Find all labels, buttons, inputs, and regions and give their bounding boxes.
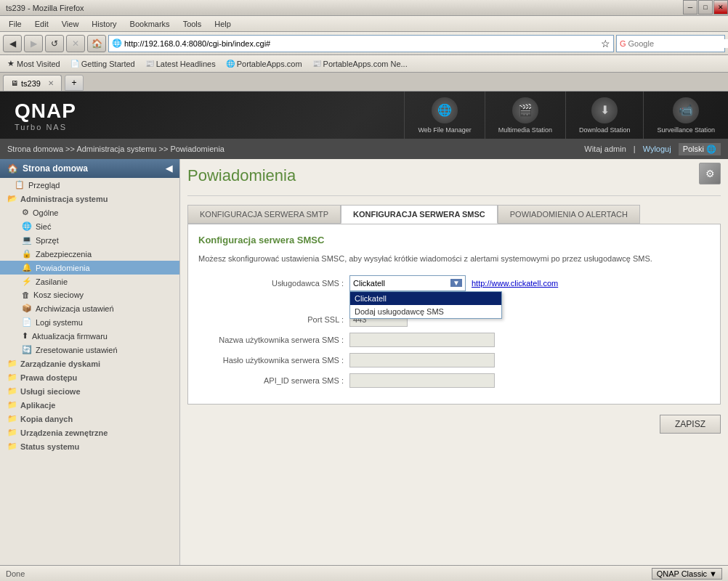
sidebar-collapse-icon[interactable]: ◀ <box>166 163 172 174</box>
menu-tools[interactable]: Tools <box>177 18 208 30</box>
dropdown-option-add-provider[interactable]: Dodaj usługodawcę SMS <box>350 305 501 318</box>
browser-tab-ts239[interactable]: 🖥 ts239 ✕ <box>3 75 62 91</box>
sidebar-item-powiadomienia[interactable]: 🔔 Powiadomienia <box>0 261 179 275</box>
window-controls[interactable]: ─ □ ✕ <box>683 0 728 15</box>
multimedia-station-icon: 🎬 <box>512 97 538 123</box>
page-icon: ⚙ <box>699 163 721 184</box>
save-button[interactable]: ZAPISZ <box>660 415 721 434</box>
logi-icon: 📄 <box>22 317 32 327</box>
home-button[interactable]: 🏠 <box>87 35 106 52</box>
language-globe-icon: 🌐 <box>706 145 716 154</box>
browser-title: ts239 - Mozilla Firefox <box>6 4 84 12</box>
archiwizacja-icon: 📦 <box>22 304 32 313</box>
password-row: Hasło użytkownika serwera SMS : <box>198 353 710 367</box>
bookmark-portableapps2[interactable]: 📰 PortableApps.com Ne... <box>308 58 412 70</box>
search-input[interactable] <box>628 39 728 48</box>
sidebar-item-zasilanie[interactable]: ⚡ Zasilanie <box>0 275 179 288</box>
sidebar-group-kopia[interactable]: 📁 Kopia danych <box>0 412 179 426</box>
sidebar-item-ogolne[interactable]: ⚙ Ogólne <box>0 206 179 219</box>
menu-help[interactable]: Help <box>209 18 237 30</box>
menu-history[interactable]: History <box>86 18 122 30</box>
language-button[interactable]: Polski 🌐 <box>679 143 721 155</box>
zasilanie-icon: ⚡ <box>22 277 32 286</box>
browser-titlebar: ts239 - Mozilla Firefox ─ □ ✕ <box>0 0 728 16</box>
api-input[interactable] <box>349 373 495 388</box>
sidebar-item-przeglad[interactable]: 📋 Przegląd <box>0 178 179 192</box>
folder-uslugi-icon: 📁 <box>7 386 17 396</box>
sidebar-title: Strona domowa <box>23 163 88 174</box>
tab-smtp[interactable]: KONFIGURACJA SERWERA SMTP <box>187 205 341 224</box>
qnap-logo: QNAP Turbo NAS <box>15 99 76 131</box>
sidebar-item-zresetowanie[interactable]: 🔄 Zresetowanie ustawień <box>0 343 179 357</box>
tab-close-icon[interactable]: ✕ <box>48 79 54 87</box>
download-station-label: Download Station <box>579 126 631 134</box>
sidebar-group-status[interactable]: 📁 Status systemu <box>0 439 179 453</box>
folder-open-icon: 📂 <box>7 194 17 203</box>
tab-container: KONFIGURACJA SERWERA SMTP KONFIGURACJA S… <box>187 205 721 224</box>
minimize-button[interactable]: ─ <box>683 0 697 15</box>
nav-surveillance-station[interactable]: 📹 Surveillance Station <box>643 92 728 139</box>
sidebar-group-aplikacje[interactable]: 📁 Aplikacje <box>0 398 179 412</box>
username-label: Nazwa użytkownika serwera SMS : <box>198 336 344 344</box>
stop-button[interactable]: ✕ <box>66 35 85 52</box>
sidebar-item-sprzet[interactable]: 💻 Sprzęt <box>0 233 179 247</box>
bookmark-getting-started[interactable]: 📄 Getting Started <box>66 58 139 70</box>
qnap-classic-button[interactable]: QNAP Classic ▼ <box>652 568 722 580</box>
nav-download-station[interactable]: ⬇ Download Station <box>565 92 644 139</box>
main-layout: 🏠 Strona domowa ◀ 📋 Przegląd 📂 Administr… <box>0 159 728 565</box>
sidebar-item-archiwizacja[interactable]: 📦 Archiwizacja ustawień <box>0 301 179 315</box>
sidebar-header: 🏠 Strona domowa ◀ <box>0 159 179 178</box>
password-label: Hasło użytkownika serwera SMS : <box>198 356 344 365</box>
sms-provider-link[interactable]: http://www.clickatell.com <box>472 279 558 288</box>
menu-file[interactable]: File <box>3 18 28 30</box>
title-divider <box>187 195 721 196</box>
sidebar-group-urzadzenia[interactable]: 📁 Urządzenia zewnętrzne <box>0 426 179 439</box>
logout-link[interactable]: Wyloguj <box>643 145 671 153</box>
sprzet-icon: 💻 <box>22 235 32 245</box>
password-input[interactable] <box>349 353 495 367</box>
sms-provider-dropdown-list: Clickatell Dodaj usługodawcę SMS <box>349 291 502 319</box>
address-input[interactable] <box>124 39 601 48</box>
multimedia-station-label: Multimedia Station <box>498 126 552 134</box>
username-input[interactable] <box>349 333 495 347</box>
back-button[interactable]: ◀ <box>3 35 22 52</box>
sidebar-item-logi[interactable]: 📄 Logi systemu <box>0 315 179 329</box>
reload-button[interactable]: ↺ <box>45 35 64 52</box>
tab-smsc[interactable]: KONFIGURACJA SERWERA SMSC <box>341 205 498 224</box>
tab-label: ts239 <box>21 79 41 88</box>
star-icon[interactable]: ☆ <box>601 38 610 49</box>
nav-multimedia-station[interactable]: 🎬 Multimedia Station <box>485 92 565 139</box>
port-label: Port SSL : <box>198 315 344 324</box>
sidebar-item-kosz[interactable]: 🗑 Kosz sieciowy <box>0 288 179 301</box>
forward-button[interactable]: ▶ <box>24 35 43 52</box>
form-panel: Konfiguracja serwera SMSC Możesz skonfig… <box>187 224 721 405</box>
dropdown-option-clickatell[interactable]: Clickatell <box>350 292 501 305</box>
sidebar-item-zabezpieczenia[interactable]: 🔒 Zabezpieczenia <box>0 247 179 261</box>
bookmark-headlines[interactable]: 📰 Latest Headlines <box>141 58 220 70</box>
bookmark-portableapps[interactable]: 🌐 PortableApps.com <box>222 58 307 70</box>
menu-bookmarks[interactable]: Bookmarks <box>124 18 176 30</box>
bookmark-icon: 📰 <box>145 60 154 68</box>
sidebar-group-zarzadzanie[interactable]: 📁 Zarządzanie dyskami <box>0 357 179 370</box>
breadcrumb-right: Witaj admin | Wyloguj Polski 🌐 <box>584 143 721 155</box>
nav-web-file-manager[interactable]: 🌐 Web File Manager <box>404 92 484 139</box>
search-container: G 🔍 <box>616 35 725 52</box>
sidebar-group-administracja[interactable]: 📂 Administracja systemu <box>0 192 179 206</box>
bookmarks-bar: ★ Most Visited 📄 Getting Started 📰 Lates… <box>0 55 728 73</box>
folder-urzadzenia-icon: 📁 <box>7 428 17 437</box>
tab-alerts[interactable]: POWIADOMIENIA O ALERTACH <box>498 205 640 224</box>
sms-provider-dropdown[interactable]: Clickatell ▼ <box>349 275 466 291</box>
sidebar-item-aktualizacja[interactable]: ⬆ Aktualizacja firmwaru <box>0 329 179 343</box>
status-right: QNAP Classic ▼ <box>652 568 722 580</box>
sidebar-group-prawa[interactable]: 📁 Prawa dostępu <box>0 370 179 384</box>
close-button[interactable]: ✕ <box>713 0 728 15</box>
sidebar-item-siec[interactable]: 🌐 Sieć <box>0 219 179 233</box>
menu-edit[interactable]: Edit <box>29 18 54 30</box>
new-tab-button[interactable]: + <box>65 75 84 91</box>
qnap-nav-icons: 🌐 Web File Manager 🎬 Multimedia Station … <box>404 92 728 139</box>
menu-view[interactable]: View <box>56 18 85 30</box>
sidebar-group-uslugi[interactable]: 📁 Usługi sieciowe <box>0 384 179 398</box>
sms-provider-label: Usługodawca SMS : <box>198 279 344 288</box>
bookmark-most-visited[interactable]: ★ Most Visited <box>3 57 65 70</box>
maximize-button[interactable]: □ <box>698 0 713 15</box>
